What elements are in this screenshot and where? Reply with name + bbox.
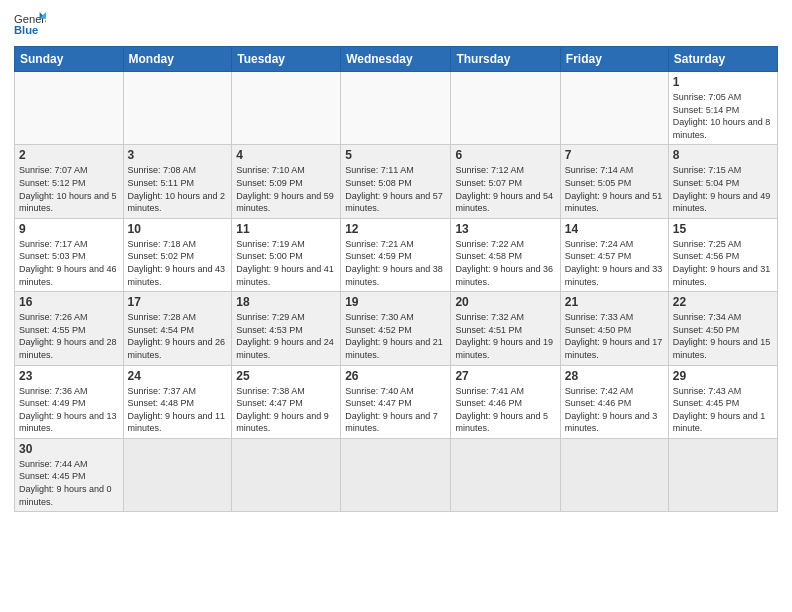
day-number: 8	[673, 148, 773, 162]
calendar-cell: 20Sunrise: 7:32 AM Sunset: 4:51 PM Dayli…	[451, 292, 560, 365]
day-number: 25	[236, 369, 336, 383]
day-info: Sunrise: 7:33 AM Sunset: 4:50 PM Dayligh…	[565, 311, 664, 361]
calendar-cell: 13Sunrise: 7:22 AM Sunset: 4:58 PM Dayli…	[451, 218, 560, 291]
day-number: 10	[128, 222, 228, 236]
calendar-cell	[15, 72, 124, 145]
day-number: 16	[19, 295, 119, 309]
calendar-cell: 8Sunrise: 7:15 AM Sunset: 5:04 PM Daylig…	[668, 145, 777, 218]
day-info: Sunrise: 7:21 AM Sunset: 4:59 PM Dayligh…	[345, 238, 446, 288]
day-number: 24	[128, 369, 228, 383]
calendar-cell: 29Sunrise: 7:43 AM Sunset: 4:45 PM Dayli…	[668, 365, 777, 438]
day-info: Sunrise: 7:08 AM Sunset: 5:11 PM Dayligh…	[128, 164, 228, 214]
day-info: Sunrise: 7:41 AM Sunset: 4:46 PM Dayligh…	[455, 385, 555, 435]
day-number: 30	[19, 442, 119, 456]
day-info: Sunrise: 7:05 AM Sunset: 5:14 PM Dayligh…	[673, 91, 773, 141]
day-info: Sunrise: 7:11 AM Sunset: 5:08 PM Dayligh…	[345, 164, 446, 214]
calendar-week-row: 9Sunrise: 7:17 AM Sunset: 5:03 PM Daylig…	[15, 218, 778, 291]
calendar-week-row: 23Sunrise: 7:36 AM Sunset: 4:49 PM Dayli…	[15, 365, 778, 438]
day-info: Sunrise: 7:18 AM Sunset: 5:02 PM Dayligh…	[128, 238, 228, 288]
day-info: Sunrise: 7:26 AM Sunset: 4:55 PM Dayligh…	[19, 311, 119, 361]
day-info: Sunrise: 7:42 AM Sunset: 4:46 PM Dayligh…	[565, 385, 664, 435]
calendar-cell: 24Sunrise: 7:37 AM Sunset: 4:48 PM Dayli…	[123, 365, 232, 438]
page: General Blue SundayMondayTuesdayWednesda…	[0, 0, 792, 612]
day-info: Sunrise: 7:15 AM Sunset: 5:04 PM Dayligh…	[673, 164, 773, 214]
calendar-cell: 26Sunrise: 7:40 AM Sunset: 4:47 PM Dayli…	[341, 365, 451, 438]
calendar-cell: 28Sunrise: 7:42 AM Sunset: 4:46 PM Dayli…	[560, 365, 668, 438]
day-info: Sunrise: 7:29 AM Sunset: 4:53 PM Dayligh…	[236, 311, 336, 361]
day-info: Sunrise: 7:24 AM Sunset: 4:57 PM Dayligh…	[565, 238, 664, 288]
day-number: 29	[673, 369, 773, 383]
day-number: 22	[673, 295, 773, 309]
day-number: 18	[236, 295, 336, 309]
day-number: 7	[565, 148, 664, 162]
calendar-cell	[232, 72, 341, 145]
day-number: 2	[19, 148, 119, 162]
day-number: 11	[236, 222, 336, 236]
svg-text:Blue: Blue	[14, 24, 38, 36]
day-number: 1	[673, 75, 773, 89]
day-number: 28	[565, 369, 664, 383]
calendar-cell	[560, 72, 668, 145]
calendar-week-row: 16Sunrise: 7:26 AM Sunset: 4:55 PM Dayli…	[15, 292, 778, 365]
calendar-week-row: 30Sunrise: 7:44 AM Sunset: 4:45 PM Dayli…	[15, 438, 778, 511]
calendar-cell: 4Sunrise: 7:10 AM Sunset: 5:09 PM Daylig…	[232, 145, 341, 218]
calendar-week-row: 1Sunrise: 7:05 AM Sunset: 5:14 PM Daylig…	[15, 72, 778, 145]
header: General Blue	[14, 10, 778, 38]
day-info: Sunrise: 7:22 AM Sunset: 4:58 PM Dayligh…	[455, 238, 555, 288]
calendar-cell: 9Sunrise: 7:17 AM Sunset: 5:03 PM Daylig…	[15, 218, 124, 291]
day-info: Sunrise: 7:44 AM Sunset: 4:45 PM Dayligh…	[19, 458, 119, 508]
calendar-cell: 2Sunrise: 7:07 AM Sunset: 5:12 PM Daylig…	[15, 145, 124, 218]
calendar-cell	[560, 438, 668, 511]
day-number: 9	[19, 222, 119, 236]
day-number: 14	[565, 222, 664, 236]
calendar-week-row: 2Sunrise: 7:07 AM Sunset: 5:12 PM Daylig…	[15, 145, 778, 218]
calendar-cell	[341, 438, 451, 511]
calendar-cell	[341, 72, 451, 145]
calendar-cell: 22Sunrise: 7:34 AM Sunset: 4:50 PM Dayli…	[668, 292, 777, 365]
day-info: Sunrise: 7:25 AM Sunset: 4:56 PM Dayligh…	[673, 238, 773, 288]
day-number: 26	[345, 369, 446, 383]
calendar-cell: 5Sunrise: 7:11 AM Sunset: 5:08 PM Daylig…	[341, 145, 451, 218]
calendar-cell	[123, 72, 232, 145]
weekday-header-monday: Monday	[123, 47, 232, 72]
calendar-cell: 27Sunrise: 7:41 AM Sunset: 4:46 PM Dayli…	[451, 365, 560, 438]
day-info: Sunrise: 7:14 AM Sunset: 5:05 PM Dayligh…	[565, 164, 664, 214]
day-info: Sunrise: 7:43 AM Sunset: 4:45 PM Dayligh…	[673, 385, 773, 435]
day-number: 5	[345, 148, 446, 162]
calendar-cell: 11Sunrise: 7:19 AM Sunset: 5:00 PM Dayli…	[232, 218, 341, 291]
calendar-cell: 21Sunrise: 7:33 AM Sunset: 4:50 PM Dayli…	[560, 292, 668, 365]
calendar-cell: 1Sunrise: 7:05 AM Sunset: 5:14 PM Daylig…	[668, 72, 777, 145]
logo-icon: General Blue	[14, 10, 46, 38]
day-number: 23	[19, 369, 119, 383]
day-number: 4	[236, 148, 336, 162]
day-info: Sunrise: 7:38 AM Sunset: 4:47 PM Dayligh…	[236, 385, 336, 435]
calendar-cell: 30Sunrise: 7:44 AM Sunset: 4:45 PM Dayli…	[15, 438, 124, 511]
day-info: Sunrise: 7:12 AM Sunset: 5:07 PM Dayligh…	[455, 164, 555, 214]
calendar-cell: 7Sunrise: 7:14 AM Sunset: 5:05 PM Daylig…	[560, 145, 668, 218]
weekday-header-saturday: Saturday	[668, 47, 777, 72]
calendar-cell: 18Sunrise: 7:29 AM Sunset: 4:53 PM Dayli…	[232, 292, 341, 365]
day-info: Sunrise: 7:10 AM Sunset: 5:09 PM Dayligh…	[236, 164, 336, 214]
calendar-cell	[451, 72, 560, 145]
calendar-cell: 12Sunrise: 7:21 AM Sunset: 4:59 PM Dayli…	[341, 218, 451, 291]
calendar-cell: 23Sunrise: 7:36 AM Sunset: 4:49 PM Dayli…	[15, 365, 124, 438]
day-info: Sunrise: 7:34 AM Sunset: 4:50 PM Dayligh…	[673, 311, 773, 361]
calendar-cell: 25Sunrise: 7:38 AM Sunset: 4:47 PM Dayli…	[232, 365, 341, 438]
day-number: 12	[345, 222, 446, 236]
day-info: Sunrise: 7:30 AM Sunset: 4:52 PM Dayligh…	[345, 311, 446, 361]
day-number: 17	[128, 295, 228, 309]
weekday-header-sunday: Sunday	[15, 47, 124, 72]
weekday-header-friday: Friday	[560, 47, 668, 72]
day-info: Sunrise: 7:37 AM Sunset: 4:48 PM Dayligh…	[128, 385, 228, 435]
calendar-cell: 14Sunrise: 7:24 AM Sunset: 4:57 PM Dayli…	[560, 218, 668, 291]
weekday-header-tuesday: Tuesday	[232, 47, 341, 72]
day-info: Sunrise: 7:07 AM Sunset: 5:12 PM Dayligh…	[19, 164, 119, 214]
calendar-cell: 10Sunrise: 7:18 AM Sunset: 5:02 PM Dayli…	[123, 218, 232, 291]
calendar-cell	[232, 438, 341, 511]
day-number: 27	[455, 369, 555, 383]
calendar-cell: 17Sunrise: 7:28 AM Sunset: 4:54 PM Dayli…	[123, 292, 232, 365]
day-number: 3	[128, 148, 228, 162]
day-info: Sunrise: 7:19 AM Sunset: 5:00 PM Dayligh…	[236, 238, 336, 288]
calendar-cell	[123, 438, 232, 511]
weekday-header-wednesday: Wednesday	[341, 47, 451, 72]
